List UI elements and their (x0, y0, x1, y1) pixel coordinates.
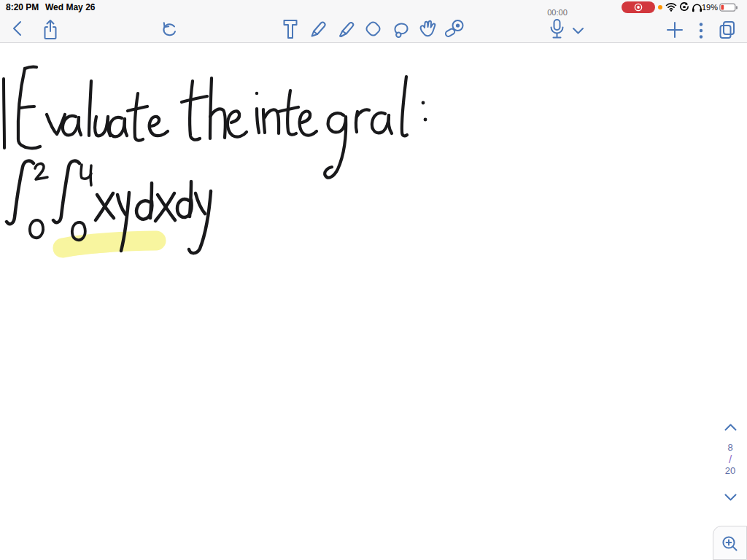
back-button[interactable] (9, 20, 24, 36)
status-date: Wed May 26 (45, 2, 95, 12)
tool-highlighter-button[interactable] (336, 18, 357, 39)
chevron-left-icon (11, 20, 23, 36)
tool-pen-button[interactable] (309, 19, 328, 39)
zoom-in-icon (721, 534, 740, 554)
handwriting-layer (0, 44, 747, 560)
record-dot-icon (633, 2, 643, 12)
share-button[interactable] (41, 18, 60, 40)
pen-tool-icon (309, 19, 328, 39)
undo-button[interactable] (159, 20, 178, 38)
note-app: 8:20 PM Wed May 26 (0, 0, 747, 560)
lasso-tool-icon (390, 19, 411, 39)
page-down-button[interactable] (723, 491, 738, 502)
tool-text-button[interactable] (282, 18, 298, 40)
stray-mark (4, 79, 4, 148)
mic-button[interactable] (546, 18, 568, 41)
page-up-button[interactable] (723, 421, 738, 432)
mic-options-button[interactable] (571, 26, 585, 36)
pointer-tool-icon (444, 18, 465, 39)
text-tool-icon (282, 18, 298, 40)
top-bar: 8:20 PM Wed May 26 (0, 0, 747, 43)
undo-icon (159, 20, 178, 38)
page-current: 8 (719, 442, 742, 453)
tool-eraser-button[interactable] (363, 19, 383, 39)
tool-pan-button[interactable] (417, 18, 438, 39)
add-page-button[interactable] (665, 20, 684, 39)
battery-icon (719, 2, 738, 15)
eraser-tool-icon (363, 19, 383, 39)
chevron-up-icon (723, 422, 738, 432)
share-icon (41, 19, 60, 40)
mic-icon (546, 18, 568, 41)
page-chevron-down-icon (723, 492, 738, 502)
mic-in-use-indicator (658, 5, 662, 9)
wifi-icon (665, 1, 677, 15)
more-options-button[interactable] (697, 21, 705, 40)
headphones-icon (692, 2, 703, 15)
status-time: 8:20 PM (6, 2, 39, 12)
highlighter-tool-icon (336, 18, 357, 39)
pages-icon (717, 20, 738, 40)
zoom-in-button[interactable] (720, 534, 740, 554)
page-indicator: 8 / 20 (719, 442, 742, 476)
zoom-panel (713, 526, 747, 560)
chevron-down-icon (571, 26, 585, 36)
rotation-lock-icon (679, 1, 689, 15)
page-total: 20 (719, 465, 742, 476)
battery-percent: 19% (702, 3, 718, 12)
note-canvas[interactable] (0, 44, 747, 560)
pages-overview-button[interactable] (717, 20, 738, 40)
hand-tool-icon (417, 18, 438, 39)
handwriting-line1 (18, 67, 427, 178)
tool-lasso-button[interactable] (390, 19, 411, 39)
recording-timer: 00:00 (537, 8, 578, 17)
page-separator: / (719, 453, 742, 465)
plus-icon (665, 20, 684, 39)
screen-recording-indicator[interactable] (622, 1, 655, 13)
kebab-icon (697, 21, 705, 40)
handwriting-expression (7, 161, 211, 254)
highlight-stroke (61, 241, 156, 249)
tool-pointer-button[interactable] (444, 18, 465, 39)
